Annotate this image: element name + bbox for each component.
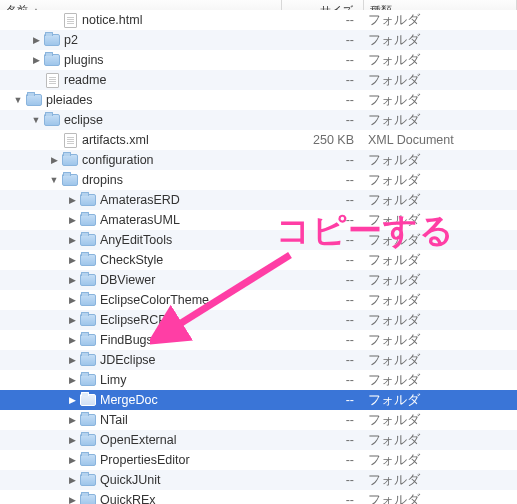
disclosure-right-icon[interactable]: ▶ <box>30 35 42 45</box>
table-row[interactable]: ▶QuickREx--フォルダ <box>0 490 517 504</box>
size-cell: -- <box>282 293 364 307</box>
kind-cell: フォルダ <box>364 252 517 269</box>
file-name-label: NTail <box>100 413 128 427</box>
disclosure-right-icon[interactable]: ▶ <box>66 255 78 265</box>
file-list: ▶notice.html--フォルダ▶p2--フォルダ▶plugins--フォル… <box>0 10 517 504</box>
name-cell: ▶Limy <box>0 372 282 388</box>
table-row[interactable]: ▶DBViewer--フォルダ <box>0 270 517 290</box>
file-name-label: p2 <box>64 33 78 47</box>
folder-icon <box>80 272 96 288</box>
size-cell: -- <box>282 313 364 327</box>
table-row[interactable]: ▼pleiades--フォルダ <box>0 90 517 110</box>
size-cell: -- <box>282 493 364 504</box>
file-name-label: EclipseRCP <box>100 313 167 327</box>
kind-cell: フォルダ <box>364 352 517 369</box>
disclosure-right-icon[interactable]: ▶ <box>66 215 78 225</box>
file-name-label: artifacts.xml <box>82 133 149 147</box>
table-row[interactable]: ▶configuration--フォルダ <box>0 150 517 170</box>
table-row[interactable]: ▶QuickJUnit--フォルダ <box>0 470 517 490</box>
kind-cell: フォルダ <box>364 472 517 489</box>
disclosure-right-icon[interactable]: ▶ <box>66 455 78 465</box>
file-name-label: JDEclipse <box>100 353 156 367</box>
kind-cell: フォルダ <box>364 152 517 169</box>
table-row[interactable]: ▶OpenExternal--フォルダ <box>0 430 517 450</box>
folder-icon <box>80 232 96 248</box>
kind-cell: フォルダ <box>364 212 517 229</box>
file-name-label: plugins <box>64 53 104 67</box>
name-cell: ▶NTail <box>0 412 282 428</box>
table-row[interactable]: ▶AmaterasERD--フォルダ <box>0 190 517 210</box>
file-name-label: QuickJUnit <box>100 473 160 487</box>
table-row[interactable]: ▼dropins--フォルダ <box>0 170 517 190</box>
file-name-label: Limy <box>100 373 126 387</box>
table-row[interactable]: ▶PropertiesEditor--フォルダ <box>0 450 517 470</box>
table-row[interactable]: ▶EclipseColorTheme--フォルダ <box>0 290 517 310</box>
size-cell: -- <box>282 353 364 367</box>
disclosure-right-icon[interactable]: ▶ <box>66 495 78 504</box>
table-row[interactable]: ▶EclipseRCP--フォルダ <box>0 310 517 330</box>
table-row[interactable]: ▶p2--フォルダ <box>0 30 517 50</box>
disclosure-down-icon[interactable]: ▼ <box>48 175 60 185</box>
kind-cell: フォルダ <box>364 72 517 89</box>
disclosure-right-icon[interactable]: ▶ <box>66 395 78 405</box>
kind-cell: フォルダ <box>364 332 517 349</box>
folder-icon <box>80 292 96 308</box>
disclosure-right-icon[interactable]: ▶ <box>66 355 78 365</box>
size-cell: -- <box>282 193 364 207</box>
name-cell: ▶readme <box>0 72 282 88</box>
table-row[interactable]: ▶JDEclipse--フォルダ <box>0 350 517 370</box>
table-row[interactable]: ▶CheckStyle--フォルダ <box>0 250 517 270</box>
disclosure-right-icon[interactable]: ▶ <box>66 335 78 345</box>
kind-cell: フォルダ <box>364 232 517 249</box>
size-cell: -- <box>282 373 364 387</box>
table-row[interactable]: ▼eclipse--フォルダ <box>0 110 517 130</box>
name-cell: ▼pleiades <box>0 92 282 108</box>
table-row[interactable]: ▶FindBugs--フォルダ <box>0 330 517 350</box>
disclosure-right-icon[interactable]: ▶ <box>66 375 78 385</box>
kind-cell: フォルダ <box>364 112 517 129</box>
table-row[interactable]: ▶AmaterasUML--フォルダ <box>0 210 517 230</box>
folder-icon <box>62 152 78 168</box>
folder-icon <box>62 172 78 188</box>
table-row[interactable]: ▶AnyEditTools--フォルダ <box>0 230 517 250</box>
disclosure-right-icon[interactable]: ▶ <box>66 235 78 245</box>
disclosure-right-icon[interactable]: ▶ <box>66 275 78 285</box>
size-cell: -- <box>282 53 364 67</box>
name-cell: ▶AnyEditTools <box>0 232 282 248</box>
folder-icon <box>80 432 96 448</box>
name-cell: ▼eclipse <box>0 112 282 128</box>
disclosure-right-icon[interactable]: ▶ <box>48 155 60 165</box>
name-cell: ▶DBViewer <box>0 272 282 288</box>
kind-cell: フォルダ <box>364 172 517 189</box>
table-row[interactable]: ▶MergeDoc--フォルダ <box>0 390 517 410</box>
size-cell: -- <box>282 473 364 487</box>
size-cell: -- <box>282 113 364 127</box>
table-row[interactable]: ▶Limy--フォルダ <box>0 370 517 390</box>
disclosure-right-icon[interactable]: ▶ <box>66 435 78 445</box>
name-cell: ▶artifacts.xml <box>0 132 282 148</box>
disclosure-right-icon[interactable]: ▶ <box>66 295 78 305</box>
table-row[interactable]: ▶NTail--フォルダ <box>0 410 517 430</box>
disclosure-right-icon[interactable]: ▶ <box>66 475 78 485</box>
disclosure-right-icon[interactable]: ▶ <box>66 195 78 205</box>
file-name-label: pleiades <box>46 93 93 107</box>
name-cell: ▶EclipseColorTheme <box>0 292 282 308</box>
file-name-label: AmaterasERD <box>100 193 180 207</box>
disclosure-down-icon[interactable]: ▼ <box>30 115 42 125</box>
disclosure-right-icon[interactable]: ▶ <box>66 415 78 425</box>
disclosure-right-icon[interactable]: ▶ <box>66 315 78 325</box>
size-cell: -- <box>282 173 364 187</box>
file-icon <box>62 132 78 148</box>
disclosure-down-icon[interactable]: ▼ <box>12 95 24 105</box>
table-row[interactable]: ▶notice.html--フォルダ <box>0 10 517 30</box>
name-cell: ▶AmaterasERD <box>0 192 282 208</box>
disclosure-right-icon[interactable]: ▶ <box>30 55 42 65</box>
size-cell: -- <box>282 13 364 27</box>
folder-icon <box>80 332 96 348</box>
folder-icon <box>80 212 96 228</box>
size-cell: 250 KB <box>282 133 364 147</box>
table-row[interactable]: ▶readme--フォルダ <box>0 70 517 90</box>
table-row[interactable]: ▶artifacts.xml250 KBXML Document <box>0 130 517 150</box>
table-row[interactable]: ▶plugins--フォルダ <box>0 50 517 70</box>
size-cell: -- <box>282 33 364 47</box>
